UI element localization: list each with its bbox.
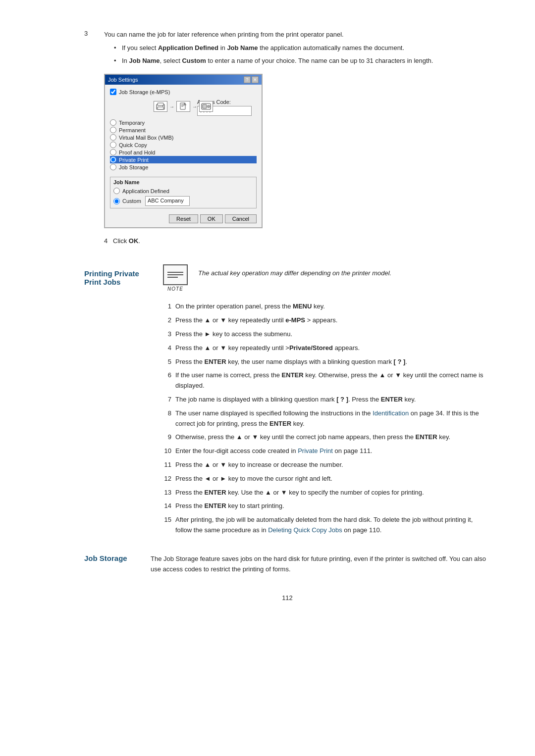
identification-link[interactable]: Identification: [373, 409, 409, 417]
step-num-6: 6: [160, 370, 171, 391]
custom-name-row: Custom ABC Company: [113, 196, 253, 206]
print-step-2: 2 Press the ▲ or ▼ key repeatedly until …: [160, 315, 490, 326]
step-3-block: 3 You can name the job for later referen…: [84, 30, 490, 228]
step-text-12: Press the ◄ or ► key to move the cursor …: [175, 474, 490, 484]
printing-steps-list: 1 On the printer operation panel, press …: [160, 302, 490, 535]
print-step-1: 1 On the printer operation panel, press …: [160, 302, 490, 312]
svg-rect-2: [158, 107, 163, 109]
step-num-9: 9: [160, 432, 171, 443]
radio-quick-copy-label: Quick Copy: [119, 142, 147, 148]
step-text-13: Press the ENTER key. Use the ▲ or ▼ key …: [175, 488, 490, 498]
note-icon-block: NOTE: [160, 264, 190, 292]
step-num-14: 14: [160, 501, 171, 511]
radio-job-storage-input[interactable]: [110, 164, 116, 170]
radio-private-print-input[interactable]: [110, 156, 116, 163]
printing-private-heading: Printing PrivatePrint Jobs: [84, 269, 149, 286]
step-num-10: 10: [160, 446, 171, 456]
private-print-link[interactable]: Private Print: [298, 447, 333, 454]
bullet-1: If you select Application Defined in Job…: [114, 43, 490, 53]
hdd-icon: [201, 102, 211, 110]
job-storage-body-text: The Job Storage feature saves jobs on th…: [151, 554, 490, 575]
dialog-body: Job Storage (e-MPS) →: [105, 85, 262, 227]
radio-app-defined-label: Application Defined: [122, 188, 169, 194]
job-name-section: Job Name Application Defined Custom ABC …: [110, 177, 257, 208]
svg-point-3: [162, 105, 163, 106]
radio-vmb-label: Virtual Mail Box (VMB): [119, 135, 173, 141]
step-text-2: Press the ▲ or ▼ key repeatedly until e-…: [175, 315, 490, 326]
radio-proof-hold[interactable]: Proof and Hold: [110, 149, 257, 156]
print-step-13: 13 Press the ENTER key. Use the ▲ or ▼ k…: [160, 488, 490, 498]
step-num-11: 11: [160, 460, 171, 470]
radio-quick-copy[interactable]: Quick Copy: [110, 141, 257, 149]
radio-job-storage-label: Job Storage: [119, 164, 148, 170]
radio-private-print[interactable]: Private Print: [110, 156, 257, 163]
step-num-12: 12: [160, 474, 171, 484]
print-step-12: 12 Press the ◄ or ► key to move the curs…: [160, 474, 490, 484]
document-icon-box: [176, 101, 190, 112]
dialog-titlebar: Job Settings ? ✕: [105, 75, 262, 85]
print-step-5: 5 Press the ENTER key, the user name dis…: [160, 357, 490, 367]
radio-app-defined[interactable]: Application Defined: [113, 187, 253, 195]
print-step-3: 3 Press the ► key to access the submenu.: [160, 329, 490, 340]
step-text-7: The job name is displayed with a blinkin…: [175, 395, 490, 405]
radio-permanent-input[interactable]: [110, 127, 116, 133]
ok-button[interactable]: OK: [200, 214, 223, 223]
radio-vmb-input[interactable]: [110, 134, 116, 141]
job-storage-section: Job Storage The Job Storage feature save…: [84, 554, 490, 575]
radio-temporary-input[interactable]: [110, 119, 116, 126]
radio-permanent[interactable]: Permanent: [110, 126, 257, 134]
print-step-15: 15 After printing, the job will be autom…: [160, 515, 490, 536]
step-num-15: 15: [160, 515, 171, 536]
print-step-4: 4 Press the ▲ or ▼ key repeatedly until …: [160, 343, 490, 353]
job-settings-dialog: Job Settings ? ✕ Job Storage (e-MPS): [104, 74, 263, 228]
step-num-2: 2: [160, 315, 171, 326]
note-text: The actual key operation may differ depe…: [198, 264, 391, 278]
arrow-right-1: →: [169, 104, 174, 109]
job-name-section-label: Job Name: [113, 179, 253, 185]
step-3-bullets: If you select Application Defined in Job…: [114, 43, 490, 66]
radio-proof-hold-input[interactable]: [110, 149, 116, 155]
cancel-button[interactable]: Cancel: [225, 214, 257, 223]
radio-temporary[interactable]: Temporary: [110, 119, 257, 126]
radio-app-defined-input[interactable]: [113, 188, 120, 194]
job-storage-checkbox[interactable]: [110, 89, 116, 95]
svg-rect-1: [158, 103, 163, 105]
radio-job-storage[interactable]: Job Storage: [110, 163, 257, 171]
step-num-7: 7: [160, 395, 171, 405]
radio-custom[interactable]: Custom: [113, 198, 141, 205]
radio-custom-label: Custom: [122, 198, 141, 204]
dialog-title: Job Settings: [108, 77, 138, 83]
step-3-main-text: You can name the job for later reference…: [104, 31, 344, 38]
note-line-2: [167, 274, 183, 275]
custom-name-field[interactable]: ABC Company: [145, 196, 190, 206]
print-step-7: 7 The job name is displayed with a blink…: [160, 395, 490, 405]
radio-temporary-label: Temporary: [119, 120, 145, 126]
print-step-11: 11 Press the ▲ or ▼ key to increase or d…: [160, 460, 490, 470]
radio-proof-hold-label: Proof and Hold: [119, 150, 155, 155]
step-text-11: Press the ▲ or ▼ key to increase or decr…: [175, 460, 490, 470]
deleting-quick-copy-link[interactable]: Deleting Quick Copy Jobs: [268, 526, 342, 534]
step-4-number: 4: [104, 237, 107, 245]
step-text-9: Otherwise, press the ▲ or ▼ key until th…: [175, 432, 490, 443]
note-lines: [167, 272, 183, 278]
radio-private-print-label: Private Print: [119, 157, 149, 163]
job-storage-heading: Job Storage: [84, 554, 139, 575]
step-num-5: 5: [160, 357, 171, 367]
step-num-1: 1: [160, 302, 171, 312]
step-4-text: Click OK.: [113, 237, 140, 245]
dialog-help-button[interactable]: ?: [244, 76, 251, 83]
dialog-close-button[interactable]: ✕: [252, 76, 259, 83]
radio-custom-input[interactable]: [113, 198, 120, 204]
print-step-10: 10 Enter the four-digit access code crea…: [160, 446, 490, 456]
page-content: 3 You can name the job for later referen…: [84, 30, 490, 602]
print-step-6: 6 If the user name is correct, press the…: [160, 370, 490, 391]
dialog-title-buttons[interactable]: ? ✕: [244, 76, 259, 83]
step-4-block: 4 Click OK.: [104, 237, 490, 245]
radio-quick-copy-input[interactable]: [110, 142, 116, 148]
reset-button[interactable]: Reset: [169, 214, 198, 223]
radio-vmb[interactable]: Virtual Mail Box (VMB): [110, 134, 257, 141]
printer-icon: [156, 102, 165, 110]
svg-rect-10: [203, 104, 207, 108]
printing-private-section: Printing PrivatePrint Jobs NOTE The actu…: [84, 254, 490, 539]
job-storage-checkbox-row: Job Storage (e-MPS): [110, 89, 257, 95]
